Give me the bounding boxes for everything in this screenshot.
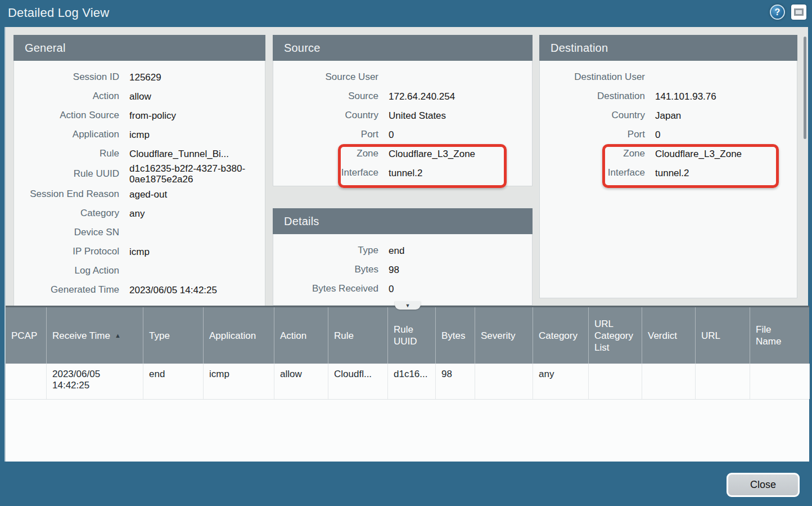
- field-source: Source172.64.240.254: [273, 87, 526, 106]
- field-source-zone: ZoneCloudflare_L3_Zone: [273, 144, 526, 163]
- field-generated-time: Generated Time2023/06/05 14:42:25: [14, 280, 259, 299]
- column-label: Rule: [334, 330, 354, 342]
- column-label: Rule UUID: [394, 324, 419, 347]
- field-value: Japan: [655, 110, 681, 121]
- field-label: Destination: [540, 91, 655, 102]
- field-label: Interface: [540, 167, 655, 178]
- field-value: any: [129, 208, 145, 219]
- field-destination-interface: Interfacetunnel.2: [540, 163, 791, 182]
- field-label: Type: [273, 245, 389, 256]
- field-value: d1c16235-b2f2-4327-b380-0ae1875e2a26: [129, 163, 250, 185]
- field-value: icmp: [129, 247, 150, 257]
- panel-source: Source Source User Source172.64.240.254 …: [273, 35, 533, 186]
- field-label: Device SN: [14, 227, 129, 238]
- field-action-source: Action Sourcefrom-policy: [14, 106, 259, 125]
- field-label: IP Protocol: [14, 246, 129, 257]
- column-header-rule[interactable]: Rule: [328, 307, 388, 364]
- field-label: Rule UUID: [14, 168, 129, 180]
- panel-source-header: Source: [273, 35, 533, 61]
- field-value: 98: [389, 265, 399, 275]
- sort-ascending-icon: ▲: [115, 330, 121, 342]
- help-icon-glyph: ?: [775, 7, 781, 17]
- field-destination-user: Destination User: [540, 68, 791, 87]
- field-value: tunnel.2: [389, 168, 423, 178]
- log-table: ▼ PCAP Receive Time▲ Type Application Ac…: [6, 306, 809, 462]
- field-value: Cloudflare_Tunnel_Bi...: [129, 149, 229, 159]
- panel-destination-header: Destination: [539, 35, 797, 61]
- column-header-pcap[interactable]: PCAP: [6, 307, 47, 364]
- column-header-receive-time[interactable]: Receive Time▲: [47, 307, 143, 364]
- field-log-action: Log Action: [14, 261, 259, 280]
- field-label: Zone: [273, 148, 389, 159]
- panel-general-body: Session ID125629 Actionallow Action Sour…: [13, 61, 265, 310]
- field-rule-uuid: Rule UUIDd1c16235-b2f2-4327-b380-0ae1875…: [14, 163, 259, 185]
- field-label: Country: [540, 110, 655, 121]
- column-header-type[interactable]: Type: [143, 307, 204, 364]
- field-value: aged-out: [129, 189, 167, 200]
- window-pane-glyph: [794, 8, 804, 16]
- close-button[interactable]: Close: [727, 473, 800, 497]
- maximize-window-icon[interactable]: [791, 5, 806, 20]
- cell-action: allow: [274, 364, 328, 399]
- field-label: Source User: [273, 71, 389, 83]
- field-destination-port: Port0: [540, 125, 791, 144]
- column-header-severity[interactable]: Severity: [475, 307, 533, 364]
- panel-general: General Session ID125629 Actionallow Act…: [13, 35, 265, 310]
- cell-url: [696, 364, 750, 399]
- column-header-action[interactable]: Action: [274, 307, 328, 364]
- field-label: Country: [273, 110, 389, 121]
- table-header-row: PCAP Receive Time▲ Type Application Acti…: [6, 307, 809, 364]
- column-header-rule-uuid[interactable]: Rule UUID: [388, 307, 436, 364]
- field-destination-zone: ZoneCloudflare_L3_Zone: [540, 144, 791, 163]
- column-header-url[interactable]: URL: [696, 307, 750, 364]
- column-label: URL Category List: [594, 318, 634, 353]
- field-value: tunnel.2: [655, 168, 689, 178]
- field-value: icmp: [129, 129, 150, 140]
- panel-destination: Destination Destination User Destination…: [539, 35, 797, 298]
- table-row[interactable]: 2023/06/05 14:42:25 end icmp allow Cloud…: [6, 364, 809, 400]
- field-label: Destination User: [540, 71, 655, 83]
- field-source-port: Port0: [273, 125, 526, 144]
- collapse-table-handle[interactable]: ▼: [395, 301, 421, 310]
- column-label: Action: [280, 330, 306, 342]
- column-label: Category: [539, 330, 578, 342]
- field-label: Source: [273, 91, 389, 102]
- vertical-scrollbar-thumb[interactable]: [804, 37, 806, 139]
- column-header-bytes[interactable]: Bytes: [436, 307, 475, 364]
- help-icon[interactable]: ?: [770, 5, 785, 20]
- column-label: Application: [209, 330, 256, 342]
- cell-rule: Cloudfl...: [328, 364, 388, 399]
- field-label: Application: [14, 129, 129, 140]
- panel-source-body: Source User Source172.64.240.254 Country…: [273, 61, 533, 186]
- panel-details: Details Typeend Bytes98 Bytes Received0: [273, 208, 533, 306]
- field-destination-country: CountryJapan: [540, 106, 791, 125]
- cell-application: icmp: [204, 364, 274, 399]
- field-label: Interface: [273, 167, 389, 178]
- column-label: File Name: [756, 324, 782, 347]
- cell-pcap: [6, 364, 47, 399]
- cell-rule-uuid: d1c16...: [388, 364, 436, 399]
- column-header-application[interactable]: Application: [204, 307, 274, 364]
- field-label: Rule: [14, 148, 129, 159]
- chevron-down-icon: ▼: [405, 303, 410, 308]
- field-application: Applicationicmp: [14, 125, 259, 144]
- cell-severity: [475, 364, 533, 399]
- field-destination: Destination141.101.93.76: [540, 87, 791, 106]
- field-session-end-reason: Session End Reasonaged-out: [14, 185, 259, 204]
- panel-details-body: Typeend Bytes98 Bytes Received0: [273, 234, 533, 306]
- field-label: Log Action: [14, 265, 129, 276]
- column-header-file-name[interactable]: File Name: [750, 307, 810, 364]
- dialog-titlebar: Detailed Log View ?: [0, 0, 812, 27]
- field-label: Zone: [540, 148, 655, 159]
- field-value: Cloudflare_L3_Zone: [389, 149, 475, 159]
- field-label: Session ID: [14, 71, 129, 83]
- field-label: Port: [273, 129, 389, 140]
- column-header-verdict[interactable]: Verdict: [642, 307, 696, 364]
- column-label: Bytes: [441, 330, 466, 342]
- field-source-interface: Interfacetunnel.2: [273, 163, 526, 182]
- column-header-category[interactable]: Category: [533, 307, 589, 364]
- column-header-url-category-list[interactable]: URL Category List: [589, 307, 642, 364]
- cell-url-category-list: [589, 364, 642, 399]
- field-source-user: Source User: [273, 68, 526, 87]
- field-rule: RuleCloudflare_Tunnel_Bi...: [14, 144, 259, 163]
